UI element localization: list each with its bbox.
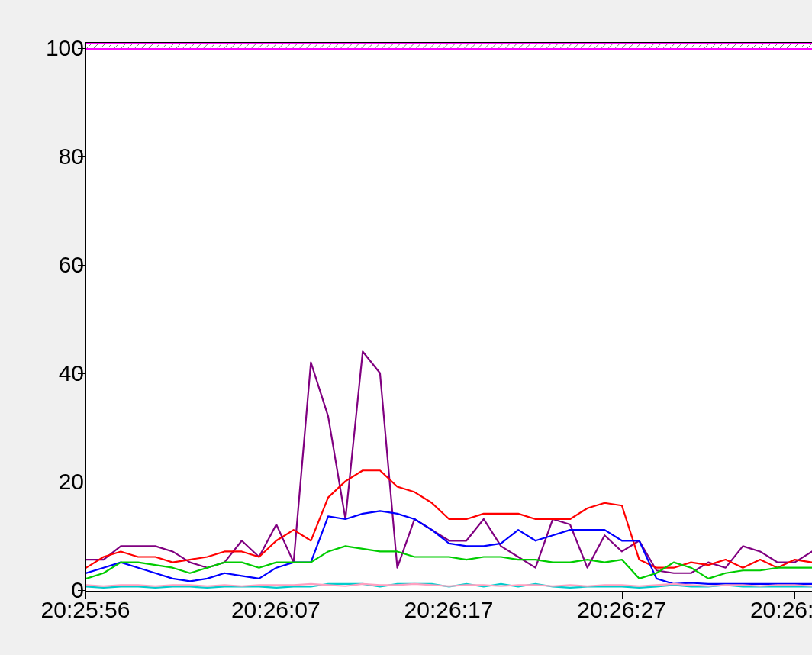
svg-line-164 [662, 44, 668, 49]
svg-line-163 [656, 44, 661, 49]
svg-line-144 [525, 44, 530, 49]
svg-line-120 [361, 44, 366, 49]
svg-line-84 [114, 44, 119, 49]
svg-line-139 [491, 44, 496, 49]
svg-line-160 [635, 44, 640, 49]
svg-line-149 [559, 44, 565, 49]
svg-line-133 [450, 44, 455, 49]
y-tick-mark [78, 48, 85, 49]
svg-line-141 [504, 44, 510, 49]
svg-line-179 [765, 44, 771, 49]
svg-line-146 [539, 44, 544, 49]
svg-line-80 [86, 44, 92, 49]
svg-line-142 [511, 44, 517, 49]
svg-line-168 [690, 44, 695, 49]
svg-line-166 [676, 44, 682, 49]
svg-line-178 [759, 44, 764, 49]
svg-line-135 [463, 44, 469, 49]
svg-line-91 [162, 44, 167, 49]
svg-line-184 [800, 44, 805, 49]
svg-line-182 [786, 44, 791, 49]
svg-line-108 [279, 44, 284, 49]
svg-line-112 [306, 44, 311, 49]
x-tick-label: 20:25:56 [41, 597, 130, 623]
svg-line-128 [416, 44, 421, 49]
svg-line-167 [683, 44, 688, 49]
x-tick-label: 20:26:27 [577, 597, 666, 623]
svg-line-113 [313, 44, 318, 49]
svg-line-158 [621, 44, 627, 49]
x-tick-label: 20:26:07 [231, 597, 321, 623]
svg-line-171 [710, 44, 716, 49]
svg-line-136 [470, 44, 475, 49]
svg-line-156 [607, 44, 613, 49]
svg-line-150 [566, 44, 572, 49]
svg-line-154 [594, 44, 599, 49]
svg-line-151 [573, 44, 578, 49]
x-tick-label: 20:26:17 [404, 597, 494, 623]
svg-line-107 [272, 44, 277, 49]
series-green [86, 546, 812, 578]
svg-line-102 [237, 44, 243, 49]
svg-line-155 [601, 44, 606, 49]
svg-line-185 [807, 44, 812, 49]
svg-line-173 [724, 44, 730, 49]
svg-line-129 [423, 44, 428, 49]
svg-line-169 [697, 44, 702, 49]
y-tick-mark [78, 373, 85, 374]
x-tick-label: 20:26:37 [750, 597, 812, 623]
y-tick-mark [78, 482, 85, 482]
svg-line-137 [477, 44, 482, 49]
svg-line-121 [368, 44, 373, 49]
svg-line-97 [203, 44, 208, 49]
svg-line-118 [347, 44, 353, 49]
svg-line-183 [793, 44, 798, 49]
svg-line-98 [210, 44, 215, 49]
svg-line-122 [375, 44, 380, 49]
svg-line-104 [251, 44, 256, 49]
svg-line-127 [409, 44, 414, 49]
svg-line-105 [258, 44, 263, 49]
svg-line-82 [100, 44, 105, 49]
svg-line-181 [779, 44, 785, 49]
svg-line-159 [628, 44, 633, 49]
svg-line-106 [265, 44, 270, 49]
svg-line-96 [196, 44, 201, 49]
svg-line-86 [127, 44, 133, 49]
hatched-band [86, 44, 812, 49]
y-tick-mark [78, 265, 85, 266]
chart-series-group [86, 44, 812, 588]
y-tick-mark [78, 590, 85, 591]
svg-line-101 [230, 44, 236, 49]
svg-line-172 [717, 44, 723, 49]
svg-line-85 [121, 44, 126, 49]
svg-line-92 [169, 44, 174, 49]
svg-line-111 [299, 44, 304, 49]
svg-line-143 [518, 44, 524, 49]
svg-line-119 [354, 44, 359, 49]
svg-line-116 [334, 44, 339, 49]
chart-plot-area [85, 42, 812, 592]
svg-line-147 [546, 44, 551, 49]
svg-line-157 [614, 44, 620, 49]
svg-line-170 [704, 44, 709, 49]
svg-line-126 [402, 44, 408, 49]
svg-line-140 [498, 44, 503, 49]
svg-line-95 [189, 44, 195, 49]
svg-line-132 [443, 44, 449, 49]
svg-line-152 [580, 44, 585, 49]
svg-line-117 [340, 44, 346, 49]
svg-line-90 [155, 44, 160, 49]
svg-line-124 [388, 44, 394, 49]
svg-line-100 [224, 44, 229, 49]
series-red [86, 470, 812, 567]
svg-line-83 [107, 44, 112, 49]
svg-line-103 [244, 44, 250, 49]
svg-line-148 [553, 44, 558, 49]
svg-line-165 [669, 44, 675, 49]
svg-line-94 [182, 44, 188, 49]
svg-line-89 [148, 44, 153, 49]
svg-line-99 [217, 44, 222, 49]
svg-line-180 [772, 44, 778, 49]
svg-line-153 [587, 44, 592, 49]
